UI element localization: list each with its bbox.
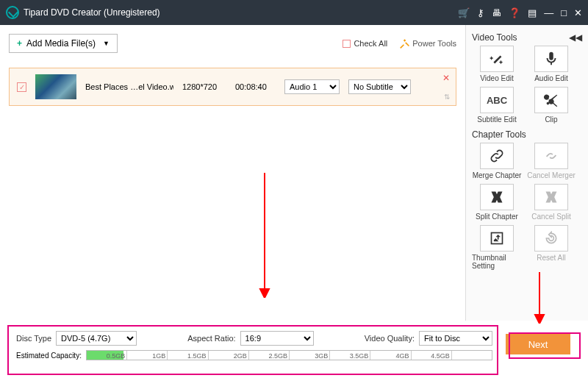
checkbox-icon bbox=[343, 40, 351, 48]
remove-item-icon[interactable]: ✕ bbox=[442, 73, 450, 83]
video-quality-select[interactable]: Fit to Disc bbox=[419, 331, 492, 346]
item-resolution: 1280*720 bbox=[182, 82, 226, 91]
close-window-icon[interactable]: ✕ bbox=[574, 7, 582, 18]
link-icon bbox=[489, 148, 505, 164]
item-checkbox[interactable]: ✓ bbox=[17, 82, 26, 92]
scissors-icon bbox=[543, 92, 559, 108]
app-logo-icon bbox=[6, 6, 19, 19]
key-icon[interactable]: ⚷ bbox=[477, 7, 484, 18]
chevron-down-icon: ▼ bbox=[103, 40, 110, 47]
main-panel: + Add Media File(s) ▼ Check All Power To… bbox=[0, 25, 465, 321]
power-tools-label: Power Tools bbox=[412, 39, 456, 48]
power-tools[interactable]: Power Tools bbox=[399, 38, 456, 49]
microphone-icon bbox=[543, 51, 559, 67]
check-all-label: Check All bbox=[354, 39, 387, 48]
add-media-label: Add Media File(s) bbox=[26, 38, 96, 49]
app-title: Tipard DVD Creator (Unregistered) bbox=[24, 7, 458, 18]
aspect-ratio-label: Aspect Ratio: bbox=[187, 334, 235, 343]
video-tools-title: Video Tools bbox=[472, 32, 517, 43]
media-item[interactable]: ✓ Best Places …el Video.wmv 1280*720 00:… bbox=[9, 68, 456, 106]
next-button[interactable]: Next bbox=[506, 334, 570, 354]
reset-icon bbox=[544, 231, 559, 246]
menu-icon[interactable]: ▤ bbox=[528, 7, 537, 18]
tool-clip[interactable]: Clip bbox=[526, 87, 576, 124]
cart-icon[interactable]: 🛒 bbox=[458, 7, 470, 18]
minimize-icon[interactable]: — bbox=[544, 7, 553, 18]
thumbnail bbox=[35, 74, 76, 99]
audio-select[interactable]: Audio 1 bbox=[284, 79, 340, 94]
abc-icon: ABC bbox=[480, 87, 514, 113]
maximize-icon[interactable]: □ bbox=[561, 7, 567, 18]
item-filename: Best Places …el Video.wmv bbox=[85, 82, 173, 91]
split-icon bbox=[490, 190, 504, 204]
disc-type-select[interactable]: DVD-5 (4.7G) bbox=[56, 331, 137, 346]
print-icon[interactable]: 🖶 bbox=[492, 7, 501, 18]
video-quality-label: Video Quality: bbox=[365, 334, 415, 343]
svg-rect-0 bbox=[492, 233, 503, 244]
sort-icon[interactable]: ⇅ bbox=[444, 93, 450, 101]
tool-thumbnail-setting[interactable]: Thumbnail Setting bbox=[472, 225, 522, 270]
subtitle-select[interactable]: No Subtitle bbox=[348, 79, 411, 94]
tool-video-edit[interactable]: Video Edit bbox=[472, 46, 522, 82]
add-media-button[interactable]: + Add Media File(s) ▼ bbox=[9, 34, 118, 53]
tool-split-chapter[interactable]: Split Chapter bbox=[472, 184, 522, 221]
bottom-panel: Disc Type DVD-5 (4.7G) Aspect Ratio: 16:… bbox=[7, 325, 581, 375]
tools-icon bbox=[399, 38, 409, 49]
wand-icon bbox=[489, 51, 505, 67]
image-arrow-icon bbox=[490, 231, 504, 246]
aspect-ratio-select[interactable]: 16:9 bbox=[240, 331, 314, 346]
check-all[interactable]: Check All bbox=[343, 39, 387, 48]
cancel-split-icon bbox=[544, 190, 559, 204]
tool-audio-edit[interactable]: Audio Edit bbox=[526, 46, 576, 82]
chapter-tools-title: Chapter Tools bbox=[472, 129, 526, 140]
unlink-icon bbox=[543, 148, 559, 164]
disc-type-label: Disc Type bbox=[16, 334, 51, 343]
item-duration: 00:08:40 bbox=[235, 82, 276, 91]
tool-subtitle-edit[interactable]: ABCSubtitle Edit bbox=[472, 87, 522, 124]
help-icon[interactable]: ❓ bbox=[509, 7, 520, 18]
capacity-label: Estimated Capacity: bbox=[16, 352, 82, 360]
plus-icon: + bbox=[17, 38, 22, 49]
collapse-icon[interactable]: ◀◀ bbox=[569, 32, 582, 43]
tool-reset-all[interactable]: Reset All bbox=[526, 225, 576, 270]
tool-merge-chapter[interactable]: Merge Chapter bbox=[472, 143, 522, 179]
tools-sidebar: Video Tools ◀◀ Video Edit Audio Edit ABC… bbox=[465, 25, 588, 321]
tool-cancel-merger[interactable]: Cancel Merger bbox=[526, 143, 576, 179]
tool-cancel-split[interactable]: Cancel Split bbox=[526, 184, 576, 221]
capacity-bar: 0.5GB1GB1.5GB2GB2.5GB3GB3.5GB4GB4.5GB bbox=[86, 350, 492, 360]
titlebar-tray: 🛒 ⚷ 🖶 ❓ ▤ — □ ✕ bbox=[458, 7, 582, 18]
titlebar: Tipard DVD Creator (Unregistered) 🛒 ⚷ 🖶 … bbox=[0, 0, 588, 25]
